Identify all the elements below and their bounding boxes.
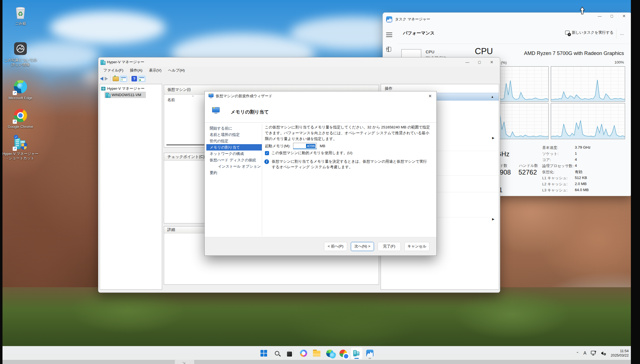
hamburger-menu-icon[interactable] — [386, 33, 392, 37]
window-title: タスク マネージャー — [395, 17, 430, 22]
start-button[interactable] — [258, 347, 270, 359]
cpu-detail-row: 仮想化:有効 — [542, 170, 591, 176]
file-explorer-button[interactable] — [311, 347, 323, 359]
volume-muted-icon[interactable] — [601, 351, 606, 356]
check-icon: ✓ — [14, 135, 18, 139]
screen-edge — [0, 0, 2, 364]
desktop-icon-label: ごみ箱 — [2, 21, 39, 26]
task-manager-taskbar-button[interactable] — [364, 347, 376, 359]
wizard-step-1[interactable]: 開始する前に — [206, 125, 262, 131]
tree-item-root[interactable]: Hyper-V マネージャー — [100, 85, 162, 92]
dynamic-memory-row: ✓ この仮想マシンに動的メモリを使用します。(U) — [265, 151, 352, 155]
screen-bottom-strip — [2, 360, 631, 364]
search-button[interactable] — [271, 347, 283, 359]
close-button[interactable]: ✕ — [618, 14, 630, 18]
desktop-icon-recycle-bin[interactable]: ♻ ごみ箱 — [2, 6, 39, 26]
menu-action[interactable]: 操作(A) — [127, 67, 146, 74]
wizard-step-list: 開始する前に名前と場所の指定世代の指定メモリの割り当てネットワークの構成仮想ハー… — [206, 125, 262, 176]
help-icon[interactable]: ? — [131, 76, 137, 81]
copilot-button[interactable] — [297, 347, 310, 359]
next-button[interactable]: 次へ(N) > — [351, 242, 374, 251]
back-button[interactable]: < 前へ(P) — [324, 242, 347, 251]
mouse-cursor — [580, 7, 585, 15]
wizard-titlebar[interactable]: ✦ 仮想マシンの新規作成ウィザード — [205, 91, 436, 101]
maximize-button[interactable]: ▢ — [606, 14, 618, 18]
tree-item-host[interactable]: WINDOWS11-VM — [104, 92, 146, 98]
wizard-app-icon: ✦ — [209, 94, 214, 98]
clock-date: 2025/03/22 — [611, 353, 629, 358]
console-root-icon — [101, 87, 106, 91]
menu-file[interactable]: ファイル(F) — [100, 67, 127, 74]
memory-unit-label: MB — [320, 144, 325, 148]
svg-text:♻: ♻ — [18, 10, 23, 17]
startup-memory-label: 起動メモリ(M): — [265, 144, 290, 149]
task-manager-icon — [366, 350, 373, 357]
cancel-button[interactable]: キャンセル — [404, 242, 430, 251]
hyperv-taskbar-button[interactable] — [351, 347, 363, 359]
menu-help[interactable]: ヘルプ(H) — [165, 67, 188, 74]
action-pane-toggle-icon[interactable] — [138, 76, 145, 81]
menu-view[interactable]: 表示(V) — [146, 67, 165, 74]
open-app-indicator — [368, 358, 371, 359]
close-button[interactable]: ✕ — [486, 60, 498, 64]
tray-overflow-chevron-icon[interactable]: ⌃ — [576, 351, 579, 355]
back-icon[interactable] — [100, 77, 103, 81]
cpu-detail-row: L1 キャッシュ:512 KB — [542, 176, 591, 182]
desktop-icon-chrome[interactable]: ↗ Google Chrome — [2, 108, 39, 129]
wizard-step-8[interactable]: 要約 — [206, 170, 262, 176]
desktop-icon-label: Hyper-V マネージャー - ショートカット — [2, 152, 39, 160]
minimize-button[interactable]: — — [461, 60, 473, 64]
task-manager-titlebar[interactable]: タスク マネージャー — ▢ ✕ — [383, 13, 632, 26]
clock-time: 11:54 — [611, 349, 629, 353]
export-icon[interactable] — [113, 77, 119, 81]
finish-button[interactable]: 完了(F) — [378, 242, 401, 251]
desktop-icon-hyperv-shortcut[interactable]: ✓ ↗ Hyper-V マネージャー - ショートカット — [2, 136, 39, 160]
utilization-max: 100% — [614, 60, 624, 64]
run-new-task-button[interactable]: 新しいタスクを実行する — [565, 30, 613, 35]
performance-rail-icon[interactable] — [386, 47, 391, 52]
cpu-card-label: CPU — [426, 49, 434, 54]
desktop-icon-photo-info[interactable]: この写真についての詳しい情報 — [2, 41, 39, 67]
maximize-button[interactable]: ▢ — [473, 60, 486, 64]
hyperv-titlebar[interactable]: Hyper-V マネージャー — ▢ ✕ — [98, 57, 500, 67]
wizard-step-3[interactable]: 世代の指定 — [206, 138, 262, 144]
console-tree-toggle-icon[interactable] — [120, 76, 127, 81]
shortcut-arrow-icon: ↗ — [13, 120, 17, 124]
wizard-step-7[interactable]: インストール オプション — [206, 163, 262, 170]
info-text: 仮想マシンに割り当てるメモリ量を決定するときは、仮想マシンの用途と仮想マシンで実… — [272, 159, 430, 170]
name-column-header[interactable]: 名前 — [167, 97, 175, 102]
minimize-button[interactable]: — — [594, 14, 606, 18]
wizard-header: ✦ メモリの割り当て — [205, 101, 436, 123]
chrome-icon: ↗ — [13, 109, 28, 123]
memory-value-selected: 4096 — [306, 144, 315, 148]
wizard-step-6[interactable]: 仮想ハード ディスクの接続 — [206, 157, 262, 163]
menu-bar: ファイル(F) 操作(A) 表示(V) ヘルプ(H) — [98, 67, 500, 74]
performance-tab-label: パフォーマンス — [403, 30, 434, 36]
cpu-core-graph-4 — [551, 103, 625, 139]
expand-icon[interactable]: ▶ — [492, 136, 494, 140]
dynamic-memory-checkbox[interactable]: ✓ — [265, 151, 269, 155]
ime-mode-indicator[interactable]: A — [583, 351, 586, 356]
display-device-icon[interactable] — [591, 351, 596, 356]
recycle-bin-icon: ♻ — [13, 6, 28, 20]
collapse-icon[interactable]: ▲ — [491, 95, 494, 98]
hidden-panel-handle[interactable] — [175, 360, 194, 364]
wizard-step-5[interactable]: ネットワークの構成 — [206, 151, 262, 157]
startup-memory-input[interactable]: 4096 — [293, 143, 317, 149]
expand-icon[interactable]: ▶ — [492, 217, 494, 221]
processor-name: AMD Ryzen 7 5700G with Radeon Graphics — [524, 50, 624, 56]
chrome-taskbar-button[interactable] — [337, 347, 349, 359]
task-view-button[interactable] — [284, 347, 296, 359]
wizard-step-2[interactable]: 名前と場所の指定 — [206, 131, 262, 138]
edge-taskbar-button[interactable] — [324, 347, 336, 359]
forward-icon[interactable] — [105, 77, 108, 81]
close-button[interactable]: ✕ — [424, 91, 436, 101]
wizard-step-4[interactable]: メモリの割り当て — [206, 144, 262, 151]
desktop-icon-edge[interactable]: ↗ Microsoft Edge — [2, 80, 39, 100]
desktop-icon-label: Google Chrome — [2, 125, 39, 129]
host-server-icon — [106, 93, 110, 97]
taskbar-clock[interactable]: 11:54 2025/03/22 — [611, 349, 629, 358]
more-options-button[interactable]: … — [620, 31, 625, 36]
desktop-icon-label: この写真についての詳しい情報 — [2, 58, 39, 67]
desktop-icon-label: Microsoft Edge — [2, 96, 39, 100]
